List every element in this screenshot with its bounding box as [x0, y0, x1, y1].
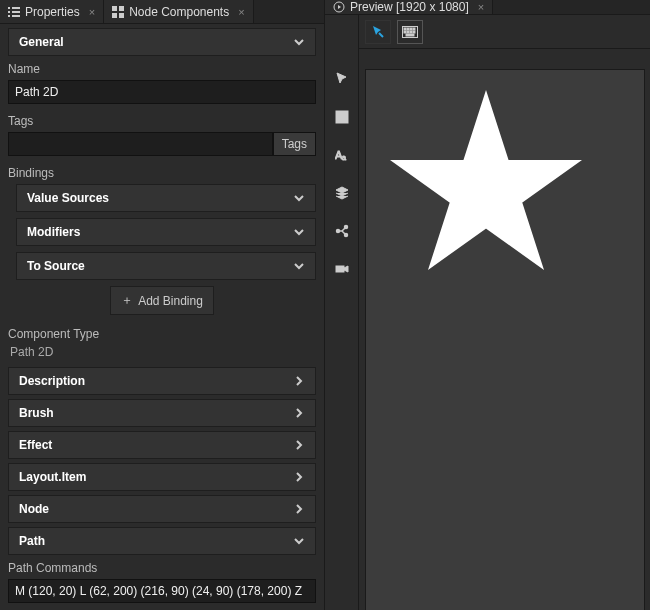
- svg-rect-27: [404, 31, 406, 33]
- chevron-right-icon: [293, 375, 305, 387]
- name-input[interactable]: [8, 80, 316, 104]
- chevron-down-icon: [293, 535, 305, 547]
- star-shape: [366, 70, 606, 290]
- preview-toolbar: [359, 15, 650, 49]
- section-title: Modifiers: [27, 225, 80, 239]
- tool-camera[interactable]: [330, 257, 354, 281]
- component-type-value: Path 2D: [8, 345, 316, 367]
- chevron-right-icon: [293, 503, 305, 515]
- chevron-down-icon: [293, 260, 305, 272]
- svg-rect-3: [12, 11, 20, 13]
- preview-canvas[interactable]: [365, 69, 645, 610]
- chevron-right-icon: [293, 471, 305, 483]
- chevron-right-icon: [293, 407, 305, 419]
- tool-grid[interactable]: [330, 105, 354, 129]
- path-commands-input[interactable]: [8, 579, 316, 603]
- add-binding-row: ＋ Add Binding: [8, 286, 316, 315]
- section-title: To Source: [27, 259, 85, 273]
- tool-pointer[interactable]: [330, 67, 354, 91]
- tags-row: Tags: [8, 132, 316, 156]
- svg-rect-11: [336, 111, 348, 123]
- svg-rect-2: [8, 11, 10, 13]
- svg-rect-7: [119, 6, 124, 11]
- keyboard-tool-button[interactable]: [397, 20, 423, 44]
- name-label: Name: [8, 60, 316, 80]
- touch-icon: [370, 24, 386, 40]
- preview-area: [359, 15, 650, 610]
- svg-rect-29: [410, 31, 412, 33]
- list-icon: [8, 6, 20, 18]
- svg-rect-25: [410, 28, 412, 30]
- svg-rect-24: [407, 28, 409, 30]
- section-value-sources[interactable]: Value Sources: [16, 184, 316, 212]
- section-layout-item[interactable]: Layout.Item: [8, 463, 316, 491]
- svg-rect-6: [112, 6, 117, 11]
- svg-rect-26: [413, 28, 415, 30]
- svg-rect-21: [336, 266, 344, 272]
- section-description[interactable]: Description: [8, 367, 316, 395]
- section-title: Brush: [19, 406, 54, 420]
- tab-node-components[interactable]: Node Components ×: [104, 0, 254, 23]
- svg-rect-1: [12, 7, 20, 9]
- tool-strip: Aa: [325, 15, 359, 610]
- play-icon: [333, 1, 345, 13]
- tags-button[interactable]: Tags: [273, 132, 316, 156]
- chevron-down-icon: [293, 226, 305, 238]
- section-modifiers[interactable]: Modifiers: [16, 218, 316, 246]
- svg-rect-5: [12, 15, 20, 17]
- properties-body: General Name Tags Tags Bindings Value So…: [0, 24, 324, 610]
- close-icon[interactable]: ×: [478, 1, 484, 13]
- svg-rect-4: [8, 15, 10, 17]
- preview-body: Aa: [325, 15, 650, 610]
- interact-tool-button[interactable]: [365, 20, 391, 44]
- section-general[interactable]: General: [8, 28, 316, 56]
- section-path[interactable]: Path: [8, 527, 316, 555]
- right-tabbar: Preview [1920 x 1080] ×: [325, 0, 650, 15]
- preview-panel: Preview [1920 x 1080] × Aa: [325, 0, 650, 610]
- tab-label: Node Components: [129, 5, 229, 19]
- chevron-down-icon: [293, 36, 305, 48]
- left-tabbar: Properties × Node Components ×: [0, 0, 324, 24]
- tab-label: Properties: [25, 5, 80, 19]
- section-title: Node: [19, 502, 49, 516]
- keyboard-icon: [402, 26, 418, 38]
- tab-properties[interactable]: Properties ×: [0, 0, 104, 23]
- close-icon[interactable]: ×: [238, 6, 244, 18]
- section-title: Path: [19, 534, 45, 548]
- svg-rect-0: [8, 7, 10, 9]
- tool-text[interactable]: Aa: [330, 143, 354, 167]
- svg-rect-31: [406, 34, 414, 36]
- section-title: General: [19, 35, 64, 49]
- button-label: Add Binding: [138, 294, 203, 308]
- svg-rect-8: [112, 13, 117, 18]
- section-to-source[interactable]: To Source: [16, 252, 316, 280]
- chevron-down-icon: [293, 192, 305, 204]
- components-icon: [112, 6, 124, 18]
- tool-layers[interactable]: [330, 181, 354, 205]
- svg-rect-28: [407, 31, 409, 33]
- section-title: Layout.Item: [19, 470, 86, 484]
- plus-icon: ＋: [121, 292, 133, 309]
- section-title: Value Sources: [27, 191, 109, 205]
- canvas-wrap: [359, 49, 650, 610]
- svg-rect-9: [119, 13, 124, 18]
- bindings-label: Bindings: [8, 164, 316, 184]
- svg-text:a: a: [342, 154, 346, 161]
- section-node[interactable]: Node: [8, 495, 316, 523]
- tab-label: Preview [1920 x 1080]: [350, 0, 469, 14]
- section-effect[interactable]: Effect: [8, 431, 316, 459]
- svg-rect-30: [413, 31, 415, 33]
- properties-panel: Properties × Node Components × General N…: [0, 0, 325, 610]
- svg-rect-23: [404, 28, 406, 30]
- section-brush[interactable]: Brush: [8, 399, 316, 427]
- tags-label: Tags: [8, 112, 316, 132]
- tab-preview[interactable]: Preview [1920 x 1080] ×: [325, 0, 493, 14]
- add-binding-button[interactable]: ＋ Add Binding: [110, 286, 214, 315]
- path-commands-label: Path Commands: [8, 559, 316, 579]
- tags-input[interactable]: [8, 132, 273, 156]
- close-icon[interactable]: ×: [89, 6, 95, 18]
- section-title: Description: [19, 374, 85, 388]
- component-type-label: Component Type: [8, 325, 316, 345]
- section-title: Effect: [19, 438, 52, 452]
- tool-branch[interactable]: [330, 219, 354, 243]
